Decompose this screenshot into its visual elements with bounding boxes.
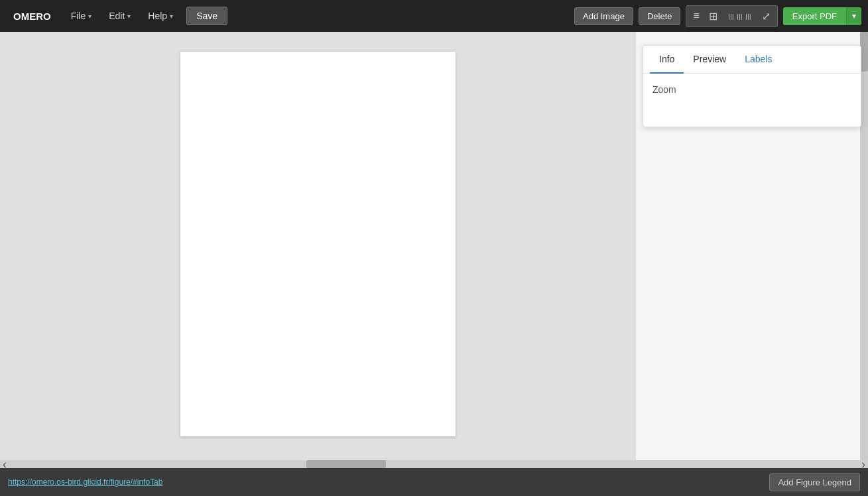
add-image-button[interactable]: Add Image [574,7,633,25]
toolbar-right: Add Image Delete ≡ ⊞ ⫼⫼⫼ ⤢ Export PDF ▾ [574,5,861,27]
export-pdf-button[interactable]: Export PDF [783,7,846,25]
info-card-body: Zoom [643,74,861,127]
chart-view-button[interactable]: ⫼⫼⫼ [723,7,757,25]
help-menu-caret-icon: ▾ [170,13,173,20]
info-card: Info Preview Labels Zoom [643,45,861,127]
view-toggle-group: ≡ ⊞ ⫼⫼⫼ ⤢ [686,5,777,27]
export-pdf-group: Export PDF ▾ [783,7,861,25]
list-view-icon: ≡ [693,10,699,21]
url-display[interactable]: https://omero.os-bird.glicid.fr/figure/#… [8,477,162,487]
grid-view-button[interactable]: ⊞ [705,7,721,25]
edit-menu-button[interactable]: Edit ▾ [102,7,137,25]
tab-labels[interactable]: Labels [735,46,781,74]
right-panel: Info Preview Labels Zoom [636,32,868,468]
export-pdf-caret-button[interactable]: ▾ [846,7,861,25]
scrollbar-thumb [306,460,386,468]
horizontal-scrollbar[interactable]: ‹ › [0,460,868,468]
scroll-right-button[interactable]: › [859,460,868,468]
tab-labels-label: Labels [745,54,772,64]
add-figure-legend-button[interactable]: Add Figure Legend [769,473,860,491]
delete-button[interactable]: Delete [639,7,681,25]
main-toolbar: OMERO File ▾ Edit ▾ Help ▾ Save Add Imag… [0,0,868,32]
export-caret-icon: ▾ [852,11,856,21]
edit-menu-label: Edit [109,11,125,21]
file-menu-label: File [71,11,86,21]
zoom-label: Zoom [652,84,851,95]
tab-info[interactable]: Info [650,46,684,74]
file-menu-button[interactable]: File ▾ [64,7,99,25]
figure-canvas [180,52,456,436]
main-area: Info Preview Labels Zoom [0,32,868,468]
edit-menu-caret-icon: ▾ [127,13,131,20]
expand-view-icon: ⤢ [762,11,771,22]
tab-preview-label: Preview [693,54,726,64]
expand-view-button[interactable]: ⤢ [758,7,775,25]
file-menu-caret-icon: ▾ [88,13,92,20]
save-button[interactable]: Save [186,7,227,25]
help-menu-label: Help [148,11,167,21]
bottom-bar: https://omero.os-bird.glicid.fr/figure/#… [0,468,868,496]
help-menu-button[interactable]: Help ▾ [141,7,180,25]
scroll-left-button[interactable]: ‹ [0,460,9,468]
tab-preview[interactable]: Preview [684,46,735,74]
list-view-button[interactable]: ≡ [689,7,703,25]
info-card-tabs: Info Preview Labels [643,46,861,74]
grid-view-icon: ⊞ [709,11,717,22]
canvas-area[interactable] [0,32,636,468]
chart-view-icon: ⫼⫼⫼ [727,11,753,21]
brand-logo: OMERO [7,7,58,26]
scrollbar-track[interactable] [9,460,859,468]
tab-info-label: Info [659,54,674,64]
